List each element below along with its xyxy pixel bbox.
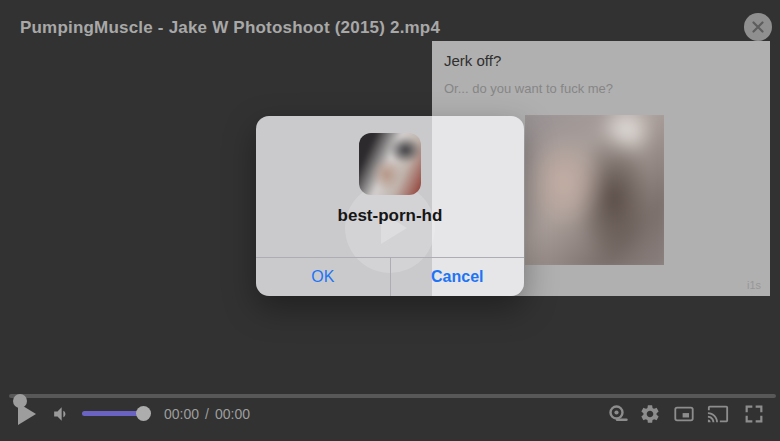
cast-icon[interactable] [707, 403, 729, 425]
time-display: 00:00 / 00:00 [164, 406, 250, 422]
volume-slider[interactable] [82, 411, 143, 416]
volume-icon[interactable] [50, 404, 70, 424]
volume-thumb[interactable] [136, 406, 151, 421]
fullscreen-icon[interactable] [743, 403, 765, 425]
pip-icon[interactable] [673, 403, 695, 425]
play-button[interactable] [18, 403, 36, 425]
site-thumbnail [359, 133, 421, 195]
ad-image[interactable] [525, 115, 664, 265]
ad-countdown-badge: i1s [747, 279, 761, 291]
close-button[interactable] [744, 13, 772, 41]
ad-heading: Jerk off? [444, 52, 501, 69]
video-title: PumpingMuscle - Jake W Photoshoot (2015)… [20, 18, 440, 38]
current-time: 00:00 [164, 406, 199, 422]
ad-subtext: Or... do you want to fuck me? [444, 81, 613, 96]
close-icon [751, 20, 765, 34]
seek-bar[interactable] [9, 394, 776, 398]
player-controls: 00:00 / 00:00 [0, 389, 780, 441]
cancel-button[interactable]: Cancel [391, 258, 525, 296]
dialog-buttons: OK Cancel [256, 257, 524, 296]
confirm-dialog-body: best-porn-hd [256, 116, 524, 257]
ad-image-placeholder [525, 115, 664, 265]
playback-speed-icon[interactable] [607, 403, 629, 425]
settings-icon[interactable] [639, 403, 661, 425]
confirm-dialog: best-porn-hd OK Cancel [256, 116, 524, 296]
video-player-window: PumpingMuscle - Jake W Photoshoot (2015)… [0, 0, 780, 441]
time-separator: / [205, 406, 209, 422]
duration: 00:00 [215, 406, 250, 422]
ok-button[interactable]: OK [256, 258, 391, 296]
site-thumbnail-placeholder [359, 133, 421, 195]
site-name: best-porn-hd [338, 206, 443, 226]
